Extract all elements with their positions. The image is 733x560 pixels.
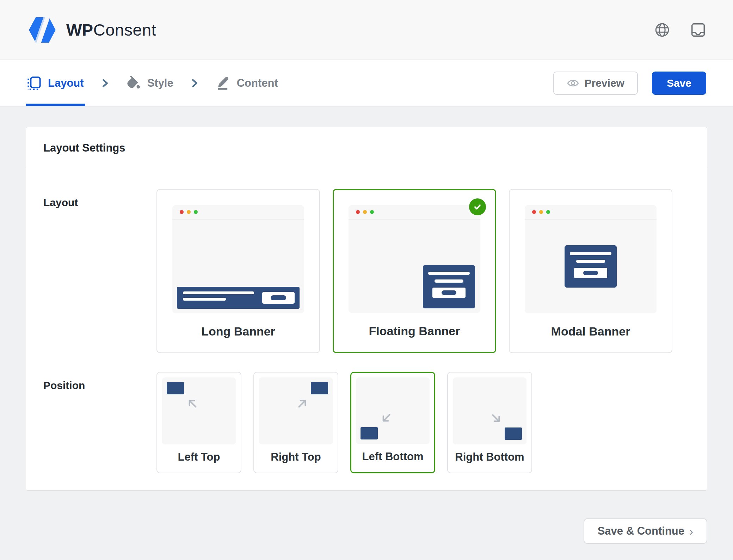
position-mockup <box>162 377 236 444</box>
arrow-down-left-icon <box>378 411 393 426</box>
pencil-icon <box>216 76 230 91</box>
button-label-placeholder <box>442 290 456 295</box>
browser-mockup-titlebar <box>349 205 480 220</box>
text-placeholder-line <box>435 279 463 283</box>
layout-option-floating-banner[interactable]: Floating Banner <box>333 189 496 353</box>
layout-options: Long Banner <box>156 189 672 353</box>
position-option-label: Left Bottom <box>356 444 430 472</box>
position-option-left-top[interactable]: Left Top <box>156 372 241 473</box>
button-label-placeholder <box>271 295 286 300</box>
position-option-left-bottom[interactable]: Left Bottom <box>350 372 435 473</box>
red-dot-icon <box>532 210 536 214</box>
workflow-tab-bar: Layout Style Content <box>0 60 733 106</box>
position-option-label: Right Bottom <box>453 444 526 473</box>
position-mockup <box>356 377 430 444</box>
banner-position-square <box>311 382 328 394</box>
position-field-row: Position Left Top <box>43 372 690 473</box>
brand-text: WPConsent <box>66 20 156 39</box>
inbox-icon[interactable] <box>690 22 706 38</box>
eye-icon <box>567 78 579 88</box>
banner-position-square <box>167 382 184 394</box>
banner-position-square <box>505 427 522 440</box>
browser-mockup <box>525 205 657 313</box>
red-dot-icon <box>180 210 184 214</box>
text-placeholder-line <box>183 291 254 294</box>
position-mockup <box>259 377 333 444</box>
layout-option-long-banner[interactable]: Long Banner <box>156 189 320 353</box>
arrow-up-right-icon <box>295 396 310 411</box>
brand-regular: Consent <box>93 20 156 39</box>
wpconsent-logo-icon <box>27 16 58 44</box>
browser-mockup <box>172 205 304 313</box>
wpconsent-logo: WPConsent <box>27 16 156 44</box>
save-and-continue-label: Save & Continue <box>598 525 684 537</box>
browser-mockup-body <box>349 220 480 313</box>
position-option-right-top[interactable]: Right Top <box>253 372 338 473</box>
selected-check-icon <box>469 198 486 215</box>
button-label-placeholder <box>583 271 598 275</box>
yellow-dot-icon <box>363 210 367 214</box>
header-icons <box>654 22 706 38</box>
tab-layout-label: Layout <box>48 77 84 90</box>
panel-title: Layout Settings <box>43 142 690 154</box>
green-dot-icon <box>546 210 550 214</box>
text-placeholder-line <box>183 298 226 301</box>
globe-icon[interactable] <box>654 22 670 38</box>
preview-button-label: Preview <box>585 77 624 89</box>
footer-actions: Save & Continue › <box>26 491 707 544</box>
position-option-label: Left Top <box>162 444 236 473</box>
browser-mockup-titlebar <box>172 205 304 220</box>
position-mockup <box>453 377 526 444</box>
save-button[interactable]: Save <box>652 72 706 95</box>
chevron-right-icon <box>190 78 199 89</box>
preview-button[interactable]: Preview <box>553 72 638 95</box>
position-option-right-bottom[interactable]: Right Bottom <box>447 372 532 473</box>
browser-mockup-body <box>525 220 657 313</box>
tab-style-label: Style <box>147 77 173 90</box>
text-placeholder-line <box>428 272 470 275</box>
banner-position-square <box>361 427 378 439</box>
long-banner-preview <box>177 287 300 309</box>
position-options: Left Top Right Top <box>156 372 532 473</box>
floating-banner-preview <box>423 265 475 308</box>
arrow-down-right-icon <box>489 411 504 426</box>
layout-icon <box>27 76 42 91</box>
chevron-right-icon <box>100 78 110 89</box>
button-placeholder <box>262 292 295 304</box>
layout-option-label: Floating Banner <box>349 313 480 352</box>
layout-field-row: Layout <box>43 189 690 353</box>
tab-content-label: Content <box>237 77 278 90</box>
position-field-label: Position <box>43 372 156 473</box>
paint-bucket-icon <box>126 76 141 91</box>
layout-option-label: Long Banner <box>172 313 304 352</box>
browser-mockup <box>349 205 480 313</box>
save-and-continue-button[interactable]: Save & Continue › <box>584 518 707 544</box>
green-dot-icon <box>194 210 198 214</box>
app-header: WPConsent <box>0 0 733 60</box>
yellow-dot-icon <box>539 210 543 214</box>
layout-option-modal-banner[interactable]: Modal Banner <box>509 189 672 353</box>
brand-bold: WP <box>66 20 93 39</box>
layout-option-label: Modal Banner <box>525 313 657 352</box>
layout-settings-panel: Layout Settings Layout <box>26 127 707 491</box>
tab-layout[interactable]: Layout <box>27 60 84 106</box>
browser-mockup-titlebar <box>525 205 657 220</box>
tab-bar-actions: Preview Save <box>553 72 707 95</box>
tab-content[interactable]: Content <box>216 60 278 106</box>
modal-banner-preview <box>565 245 617 288</box>
arrow-up-left-icon <box>185 396 199 411</box>
page-content: Layout Settings Layout <box>0 106 733 491</box>
tab-style[interactable]: Style <box>126 60 173 106</box>
button-placeholder <box>432 288 466 298</box>
text-placeholder-line <box>576 260 605 263</box>
green-dot-icon <box>370 210 374 214</box>
button-placeholder <box>574 268 607 278</box>
red-dot-icon <box>356 210 360 214</box>
yellow-dot-icon <box>187 210 191 214</box>
position-option-label: Right Top <box>259 444 333 473</box>
browser-mockup-body <box>172 220 304 313</box>
chevron-right-icon: › <box>689 524 693 538</box>
layout-field-label: Layout <box>43 189 156 353</box>
panel-header: Layout Settings <box>26 127 707 169</box>
panel-body: Layout <box>26 169 707 490</box>
